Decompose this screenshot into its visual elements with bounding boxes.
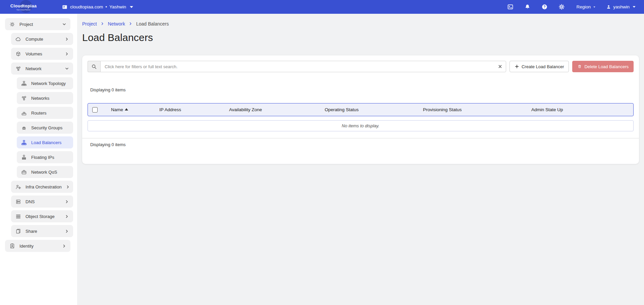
chevron-down-icon	[128, 4, 135, 10]
table-header-row: NameIP AddressAvailability ZoneOperating…	[88, 103, 634, 116]
column-header-operating-status[interactable]: Operating Status	[325, 107, 423, 112]
username-label: yashwin	[613, 4, 630, 9]
search-input[interactable]	[100, 61, 506, 72]
sidebar-item-label: Project	[19, 22, 58, 27]
sidebar-item-security-groups[interactable]: Security Groups	[17, 122, 73, 134]
chevron-right-icon	[65, 229, 69, 233]
sort-asc-icon	[125, 108, 128, 111]
help-button[interactable]	[536, 0, 553, 14]
security-groups-icon	[21, 125, 27, 131]
sidebar-item-share[interactable]: Share	[11, 225, 73, 237]
sidebar-item-label: Floating IPs	[31, 155, 69, 160]
user-menu[interactable]: yashwin	[606, 4, 637, 9]
breadcrumb-network[interactable]: Network	[108, 21, 125, 27]
share-icon	[15, 228, 21, 234]
sidebar-item-routers[interactable]: Routers	[17, 107, 73, 119]
sidebar-item-label: Object Storage	[25, 214, 61, 219]
sidebar-item-label: Routers	[31, 111, 69, 116]
settings-button[interactable]	[553, 0, 570, 14]
compute-icon	[15, 36, 21, 42]
empty-message: No items to display.	[342, 123, 379, 128]
content-card: Create Load Balancer Delete Load Balance…	[82, 55, 639, 164]
chevron-right-icon	[66, 185, 70, 189]
region-dropdown[interactable]: Region	[576, 4, 596, 9]
breadcrumb-project[interactable]: Project	[82, 21, 97, 27]
networks-icon	[21, 95, 27, 101]
search-icon	[91, 64, 97, 70]
column-header-name[interactable]: Name	[111, 107, 159, 112]
routers-icon	[21, 110, 27, 116]
sidebar-item-load-balancers[interactable]: Load Balancers	[17, 136, 73, 148]
table-toolbar: Create Load Balancer Delete Load Balance…	[88, 61, 634, 72]
bell-icon	[524, 4, 531, 10]
sidebar-item-identity[interactable]: Identity	[5, 240, 70, 252]
topology-icon	[21, 80, 27, 87]
breadcrumb-load-balancers: Load Balancers	[136, 21, 169, 27]
sidebar-item-label: Security Groups	[31, 125, 69, 130]
sidebar-item-dns[interactable]: DNS	[11, 195, 73, 208]
app-window: Cloudtopiaa Your Cloud Partner cloudtopi…	[0, 0, 644, 305]
infra-orchestration-icon	[15, 184, 21, 190]
chevron-down-icon	[62, 22, 66, 27]
dns-icon	[15, 199, 21, 205]
page-title: Load Balancers	[82, 32, 639, 43]
sidebar-item-network-topology[interactable]: Network Topology	[17, 77, 73, 89]
delete-button-label: Delete Load Balancers	[584, 64, 629, 69]
sidebar-item-volumes[interactable]: Volumes	[11, 48, 73, 60]
sidebar-item-infra-orchestration[interactable]: Infra Orchestration	[11, 181, 73, 193]
object-storage-icon	[15, 213, 21, 220]
user-icon	[606, 4, 611, 9]
trash-icon	[577, 64, 582, 69]
footer-divider	[82, 138, 639, 138]
chevron-right-icon	[128, 21, 133, 26]
separator-dot: •	[105, 4, 107, 9]
region-label: Region	[576, 4, 591, 9]
column-header-provisioning-status[interactable]: Provisioning Status	[423, 107, 531, 112]
column-header-ip-address[interactable]: IP Address	[159, 107, 229, 112]
sidebar-item-network-qos[interactable]: Network QoS	[17, 166, 73, 178]
console-button[interactable]	[502, 0, 519, 14]
clear-search-icon[interactable]	[498, 64, 502, 69]
project-label: Yashwin	[109, 4, 126, 9]
search-addon[interactable]	[88, 61, 100, 72]
sidebar-item-object-storage[interactable]: Object Storage	[11, 210, 73, 222]
empty-table-row: No items to display.	[88, 120, 634, 131]
sidebar-item-label: Share	[25, 229, 61, 234]
column-label: Name	[111, 107, 123, 112]
chevron-right-icon	[65, 52, 69, 56]
help-icon	[541, 4, 548, 10]
chevron-right-icon	[100, 21, 105, 26]
breadcrumb: ProjectNetworkLoad Balancers	[82, 21, 639, 27]
select-all-checkbox[interactable]	[92, 107, 98, 113]
delete-load-balancers-button[interactable]: Delete Load Balancers	[572, 61, 634, 72]
chevron-right-icon	[62, 244, 66, 248]
sidebar-item-networks[interactable]: Networks	[17, 92, 73, 104]
domain-label: cloudtopiaa.com	[70, 4, 103, 9]
chevron-down-icon	[632, 4, 637, 9]
column-header-admin-state-up[interactable]: Admin State Up	[531, 107, 633, 112]
column-label: Operating Status	[325, 107, 359, 112]
main-content: ProjectNetworkLoad Balancers Load Balanc…	[77, 14, 644, 305]
column-label: IP Address	[159, 107, 181, 112]
sidebar-item-network[interactable]: Network	[11, 62, 73, 75]
project-switcher-icon	[62, 4, 68, 10]
sidebar-item-label: Network Topology	[31, 81, 69, 86]
sidebar: ProjectComputeVolumesNetworkNetwork Topo…	[0, 14, 77, 305]
chevron-right-icon	[65, 37, 69, 41]
project-icon	[9, 21, 15, 28]
brand-logo[interactable]: Cloudtopiaa Your Cloud Partner	[0, 3, 47, 11]
create-load-balancer-button[interactable]: Create Load Balancer	[509, 61, 569, 72]
sidebar-item-label: Infra Orchestration	[25, 184, 62, 189]
column-label: Admin State Up	[531, 107, 563, 112]
brand-tagline: Your Cloud Partner	[0, 9, 47, 11]
sidebar-item-floating-ips[interactable]: Floating IPs	[17, 151, 73, 163]
brand-name: Cloudtopiaa	[0, 3, 47, 8]
notifications-button[interactable]	[519, 0, 536, 14]
sidebar-item-project[interactable]: Project	[5, 18, 70, 30]
domain-project-switcher[interactable]: cloudtopiaa.com • Yashwin	[62, 4, 135, 10]
displaying-count-bottom: Displaying 0 items	[88, 142, 634, 147]
column-header-availability-zone[interactable]: Availability Zone	[229, 107, 325, 112]
sidebar-item-compute[interactable]: Compute	[11, 33, 73, 45]
sidebar-item-label: Identity	[19, 244, 58, 249]
sidebar-item-label: Networks	[31, 96, 69, 101]
